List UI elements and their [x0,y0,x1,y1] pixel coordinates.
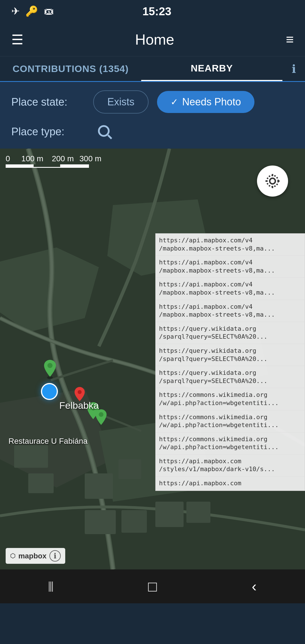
svg-point-22 [99,412,104,417]
svg-rect-12 [85,510,116,534]
svg-rect-15 [186,502,210,523]
place-type-label: Place type: [11,126,85,138]
network-log-item: https://api.mapbox.com/styles/v1/mapbox/… [156,454,305,477]
exists-button[interactable]: Exists [93,90,149,114]
user-location-marker [41,383,58,400]
status-bar: ✈ 🔑 🎟 15:23 [0,0,305,23]
svg-point-17 [267,175,278,187]
svg-rect-9 [28,473,54,493]
tabs-bar: CONTRIBUTIONS (1354) NEARBY ℹ [0,56,305,82]
network-log-overlay: https://api.mapbox.com/v4/mapbox.mapbox-… [155,233,305,491]
network-log-item: https://commons.wikimedia.org/w/api.php?… [156,388,305,410]
tab-nearby[interactable]: NEARBY [141,56,282,81]
network-log-item: https://commons.wikimedia.org/w/api.php?… [156,410,305,432]
mapbox-brand[interactable]: ⬡ mapbox ℹ [6,548,65,564]
nav-back-button[interactable]: ‹ [203,569,305,603]
nav-home-button[interactable]: □ [102,569,203,603]
list-menu-icon[interactable]: ≡ [286,32,294,47]
nav-home-icon: □ [148,578,157,595]
bottom-nav: ⦀ □ ‹ [0,569,305,603]
status-icons: ✈ 🔑 🎟 [11,5,54,17]
network-log-item: https://query.wikidata.org/sparql?query=… [156,322,305,344]
svg-point-16 [270,178,275,184]
map-marker-red[interactable] [74,386,85,403]
network-log-item: https://api.mapbox.com/v4/mapbox.mapbox-… [156,256,305,278]
scale-bar: 0 100 m 200 m 300 m [6,154,101,168]
check-icon: ✓ [171,97,178,107]
network-log-item: https://query.wikidata.org/sparql?query=… [156,344,305,366]
tab-contributions[interactable]: CONTRIBUTIONS (1354) [0,56,141,81]
hamburger-menu-icon[interactable]: ☰ [11,32,23,47]
svg-rect-14 [155,502,184,527]
place-state-row: Place state: Exists ✓ Needs Photo [11,90,294,114]
tab-info-icon[interactable]: ℹ [282,56,305,81]
svg-rect-11 [119,459,141,479]
svg-point-20 [78,390,82,394]
map-marker-1[interactable] [43,359,57,380]
page-title: Home [135,31,174,48]
airplane-icon: ✈ [11,5,20,17]
gps-location-button[interactable] [257,166,288,197]
svg-line-1 [108,135,112,139]
network-log-item: https://commons.wikimedia.org/w/api.php?… [156,432,305,454]
place-type-row: Place type: [11,120,294,143]
mapbox-info-icon[interactable]: ℹ [49,550,61,562]
svg-rect-13 [121,510,147,533]
svg-point-0 [99,126,109,136]
svg-point-19 [47,363,53,368]
network-log-item: https://api.mapbox.com/v4/mapbox.mapbox-… [156,234,305,256]
network-log-item: https://api.mapbox.com/v4/mapbox.mapbox-… [156,300,305,322]
nav-menu-icon: ⦀ [48,578,54,595]
svg-rect-10 [85,473,113,499]
filter-section: Place state: Exists ✓ Needs Photo Place … [0,82,305,149]
map-marker-3[interactable] [94,409,108,428]
place-state-label: Place state: [11,96,85,108]
map-container[interactable]: 0 100 m 200 m 300 m [0,149,305,569]
key-icon: 🔑 [25,5,38,17]
svg-rect-8 [14,445,48,468]
mapbox-logo-text: mapbox [18,552,47,560]
network-log-item: https://api.mapbox.com [156,477,305,491]
ticket-icon: 🎟 [44,5,54,17]
nav-menu-button[interactable]: ⦀ [0,569,102,603]
place-type-search-button[interactable] [93,120,116,143]
app-header: ☰ Home ≡ [0,23,305,56]
network-log-item: https://query.wikidata.org/sparql?query=… [156,366,305,388]
needs-photo-button[interactable]: ✓ Needs Photo [157,91,254,113]
status-time: 15:23 [142,5,171,18]
nav-back-icon: ‹ [252,578,256,595]
network-log-item: https://api.mapbox.com/v4/mapbox.mapbox-… [156,278,305,300]
